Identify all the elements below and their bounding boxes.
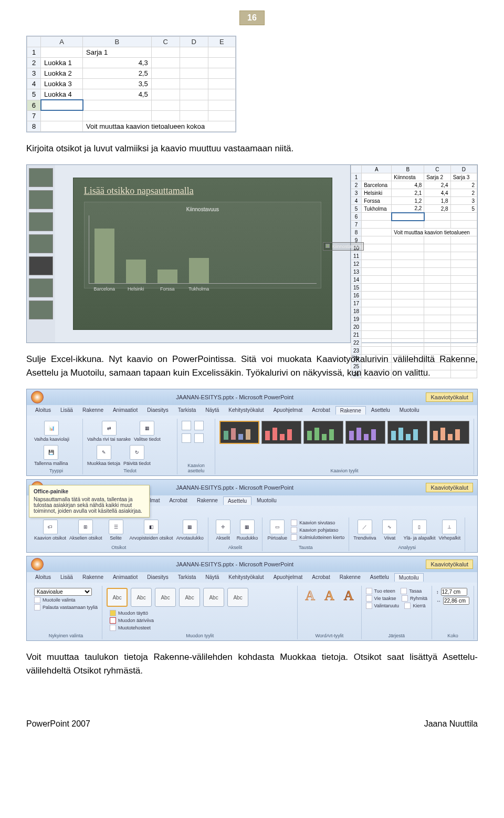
chart-style-6[interactable] [429, 421, 469, 444]
shape-style-6[interactable]: Abc [227, 588, 248, 607]
window-title: JAANAN-ESITYS.pptx - Microsoft PowerPoin… [48, 394, 422, 400]
gridlines-button[interactable]: ▦Ruudukko [237, 520, 258, 541]
width-field[interactable]: ↔ [436, 597, 469, 605]
tab-kehitystyokalut[interactable]: Kehitystyökalut [224, 573, 268, 582]
tab-aloitus[interactable]: Aloitus [31, 406, 55, 415]
group-akselit-label: Akselit [213, 545, 258, 550]
slide-thumb[interactable] [29, 168, 53, 187]
data-table-button[interactable]: ▦Arvotaulukko [176, 520, 204, 541]
lines-icon: ∿ [382, 520, 397, 534]
shape-style-5[interactable]: Abc [203, 588, 224, 607]
tab-acrobat[interactable]: Acrobat [308, 406, 334, 415]
layout-preset-2[interactable] [194, 421, 204, 430]
chart-wall-button[interactable]: Kaavion sivutaso [291, 520, 344, 526]
height-field[interactable]: ↕ [436, 588, 469, 596]
save-as-template-button[interactable]: 💾Tallenna mallina [34, 445, 68, 466]
tab-chart-muotoilu[interactable]: Muotoilu [394, 573, 424, 582]
chart-style-4[interactable] [345, 421, 385, 444]
tab-chart-asettelu[interactable]: Asettelu [367, 406, 394, 415]
format-selection-button[interactable]: Muotoile valinta [34, 597, 98, 603]
axes-button[interactable]: ✛Akselit [213, 520, 234, 541]
tab-nayta[interactable]: Näytä [201, 573, 223, 582]
change-chart-type-button[interactable]: 📊Vaihda kaaviolaji [34, 421, 69, 442]
chart-area-dropdown[interactable]: Kaavioalue [34, 588, 92, 596]
layout-preset-4[interactable] [194, 433, 204, 443]
tab-diaesitys[interactable]: Diaesitys [143, 573, 173, 582]
chart-title-button[interactable]: 🏷Kaavion otsikot [34, 520, 66, 541]
group-muodon-tyylit-label: Muodon tyylit [107, 633, 293, 638]
slide-thumb[interactable] [29, 190, 53, 209]
shape-style-1[interactable]: Abc [107, 588, 128, 607]
chart-floor-button[interactable]: Kaavion pohjataso [291, 527, 344, 533]
reset-style-button[interactable]: Palauta vastaamaan tyyliä [34, 604, 98, 610]
tab-chart-asettelu[interactable]: Asettelu [366, 573, 393, 582]
col-c: C [151, 37, 180, 47]
tab-lisaa[interactable]: Lisää [56, 573, 77, 582]
tab-chart-rakenne[interactable]: Rakenne [335, 573, 365, 582]
trendline-button[interactable]: ／Trendiviiva [353, 520, 376, 541]
bring-front-button[interactable]: Tuo eteen Tasaa [366, 588, 427, 594]
slide-thumb[interactable] [29, 256, 53, 275]
slide-thumb[interactable] [29, 278, 53, 297]
excel-data-sheet[interactable]: ABCD 1KiinnostaSarja 2Sarja 3 2Barcelona… [350, 165, 477, 343]
tab-tarkista[interactable]: Tarkista [174, 573, 200, 582]
switch-row-col-button[interactable]: ⇄Vaihda rivi tai sarake [87, 421, 131, 442]
lines-button[interactable]: ∿Viivat [379, 520, 400, 541]
refresh-data-button[interactable]: ↻Päivitä tiedot [123, 445, 151, 466]
tab-diaesitys[interactable]: Diaesitys [143, 406, 173, 415]
layout-preset-1[interactable] [182, 421, 191, 430]
shape-effects-button[interactable]: Muototehosteet [110, 625, 154, 631]
tab-lisaa[interactable]: Lisää [56, 406, 77, 415]
wordart-style-2[interactable]: A [321, 588, 338, 604]
send-back-button[interactable]: Vie taakse Ryhmitä [366, 595, 427, 602]
tab-animaatiot[interactable]: Animaatiot [109, 406, 142, 415]
tab-nayta[interactable]: Näytä [201, 406, 223, 415]
plot-area-button[interactable]: ▭Piirtoalue [267, 520, 288, 541]
shape-style-3[interactable]: Abc [155, 588, 176, 607]
wordart-style-3[interactable]: A [341, 588, 357, 604]
tab-aloitus[interactable]: Aloitus [31, 573, 55, 582]
selection-pane-button[interactable]: Valintaruutu Kierrä [366, 603, 427, 609]
tab-chart-rakenne[interactable]: Rakenne [335, 406, 366, 415]
chart-style-1[interactable] [219, 421, 259, 444]
data-labels-button[interactable]: ◧Arvopisteiden otsikot [130, 520, 173, 541]
tab-apuohjelmat[interactable]: Apuohjelmat [269, 573, 307, 582]
floor-icon [291, 527, 297, 533]
tab-chart-muotoilu[interactable]: Muotoilu [395, 406, 424, 415]
tab-apuohjelmat[interactable]: Apuohjelmat [269, 406, 307, 415]
legend-button[interactable]: ☰Selite [106, 520, 127, 541]
error-bars-button[interactable]: ⊥Virhepalkit [438, 520, 460, 541]
axis-titles-button[interactable]: ⊞Akselien otsikot [69, 520, 102, 541]
tab-rakenne[interactable]: Rakenne [78, 573, 108, 582]
3d-rotation-button[interactable]: Kolmiulotteinen kierto [291, 534, 344, 541]
tab-acrobat[interactable]: Acrobat [308, 573, 334, 582]
tab-animaatiot[interactable]: Animaatiot [109, 573, 142, 582]
window-title: JAANAN-ESITYS.pptx - Microsoft PowerPoin… [48, 561, 422, 567]
excel-snippet-top: A B C D E 1Sarja 1 2Luokka 14,3 3Luokka … [26, 36, 236, 132]
tab-tarkista[interactable]: Tarkista [174, 406, 200, 415]
shape-style-2[interactable]: Abc [131, 588, 152, 607]
edit-data-button[interactable]: ✎Muokkaa tietoja [87, 445, 120, 466]
tab-rakenne[interactable]: Rakenne [78, 406, 108, 415]
office-button-icon[interactable] [31, 391, 44, 403]
shape-outline-button[interactable]: Muodon ääriviiva [110, 617, 154, 624]
slide-thumb[interactable] [29, 234, 53, 253]
shape-style-4[interactable]: Abc [179, 588, 200, 607]
office-button-icon[interactable] [31, 558, 44, 571]
chart-style-3[interactable] [303, 421, 343, 444]
slide-thumb[interactable] [29, 301, 53, 319]
layout-preset-3[interactable] [182, 433, 191, 443]
chart-area[interactable]: Kiinnostavuus Barcelona Helsinki Forssa … [84, 202, 322, 288]
format-selection-icon [34, 597, 40, 603]
effects-icon [110, 625, 116, 631]
slide-title-placeholder[interactable]: Lisää otsikko napsauttamalla [84, 185, 322, 196]
select-data-button[interactable]: ▦Valitse tiedot [134, 421, 161, 442]
tab-kehitystyokalut[interactable]: Kehitystyökalut [224, 406, 268, 415]
chart-style-2[interactable] [261, 421, 301, 444]
shape-fill-button[interactable]: Muodon täyttö [110, 610, 154, 616]
up-down-bars-button[interactable]: ▯Ylä- ja alapalkit [403, 520, 435, 541]
slide-canvas[interactable]: Lisää otsikko napsauttamalla Kiinnostavu… [73, 178, 333, 330]
slide-thumb[interactable] [29, 212, 53, 231]
wordart-style-1[interactable]: A [302, 588, 318, 604]
chart-style-5[interactable] [387, 421, 427, 444]
